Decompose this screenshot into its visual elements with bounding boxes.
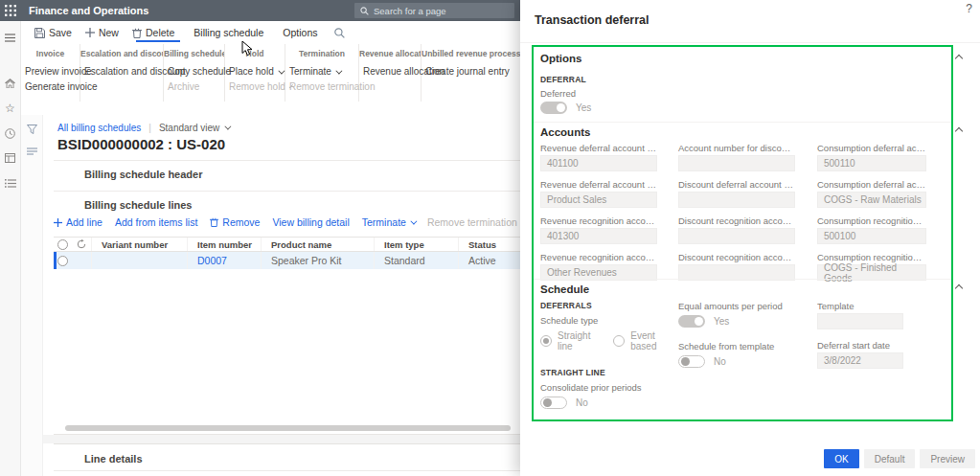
schedule-from-template-toggle-row: No (678, 355, 817, 368)
row-radio[interactable] (54, 252, 75, 269)
ribbon: Invoice Preview invoice Generate invoice… (21, 44, 520, 115)
consumption-deferral-account-number-input[interactable]: 500110 (817, 155, 926, 171)
tab-billing-schedule[interactable]: Billing schedule (194, 27, 263, 38)
actionpane-search-icon[interactable] (334, 28, 345, 38)
grid-row-selected[interactable]: D0007 Speaker Pro Kit Standard Active (54, 252, 520, 269)
straight-line-radio[interactable] (540, 335, 552, 347)
breadcrumb-link[interactable]: All billing schedules (57, 123, 141, 133)
preview-invoice-button[interactable]: Preview invoice (25, 64, 80, 79)
field-account-number-discount-deferral: Account number for discount deferral (678, 143, 795, 171)
ribbon-group-title: Unbilled revenue processing (422, 49, 520, 58)
view-selector[interactable]: Standard view (159, 123, 229, 133)
place-hold-button[interactable]: Place hold (229, 64, 285, 79)
revenue-deferral-account-name-input[interactable]: Product Sales (540, 192, 657, 208)
consolidate-toggle-row: No (540, 397, 678, 409)
template-input[interactable] (817, 313, 903, 329)
delete-button[interactable]: Delete (132, 27, 174, 38)
ribbon-group-hold: Hold Place hold Remove hold (225, 44, 285, 102)
collapse-options-icon[interactable] (956, 52, 962, 63)
collapse-accounts-icon[interactable] (956, 125, 962, 136)
new-button[interactable]: New (85, 27, 119, 38)
schedule-from-template-toggle[interactable] (678, 355, 705, 368)
revenue-deferral-account-number-input[interactable]: 401100 (540, 155, 657, 171)
field-revenue-deferral-account-name: Revenue deferral account name Product Sa… (540, 179, 657, 208)
consolidate-prior-periods-toggle[interactable] (540, 397, 567, 409)
chevron-down-icon (335, 67, 342, 74)
chevron-down-icon (278, 67, 285, 74)
col-item-number[interactable]: Item number (187, 238, 261, 251)
ribbon-group-title: Termination (285, 49, 358, 58)
archive-button[interactable]: Archive (168, 79, 224, 95)
favorites-star-icon[interactable]: ☆ (0, 96, 21, 121)
discount-deferral-account-name-input[interactable] (678, 192, 795, 208)
revenue-allocation-button[interactable]: Revenue allocation (363, 64, 421, 79)
deferred-label: Deferred (540, 88, 576, 99)
section-billing-schedule-lines[interactable]: Billing schedule lines (54, 191, 520, 219)
remove-button[interactable]: Remove (210, 216, 260, 228)
workspaces-icon[interactable] (0, 146, 21, 170)
hamburger-menu-icon[interactable] (0, 25, 21, 50)
page-search-input[interactable]: Search for a page (354, 3, 514, 18)
field-revenue-deferral-account-number: Revenue deferral account number 401100 (540, 143, 657, 171)
ribbon-group-title: Billing schedule (164, 49, 224, 58)
col-product-name[interactable]: Product name (261, 238, 374, 251)
remove-termination-button[interactable]: Remove termination (289, 79, 358, 95)
ribbon-group-invoice: Invoice Preview invoice Generate invoice (21, 44, 80, 102)
add-line-button[interactable]: Add line (54, 216, 103, 228)
waffle-icon[interactable] (0, 0, 21, 21)
horizontal-scrollbar[interactable] (65, 425, 511, 431)
consumption-deferral-account-name-input[interactable]: COGS - Raw Materials (817, 192, 926, 208)
tab-options[interactable]: Options (283, 27, 317, 38)
straight-line-radio-label: Straight line (558, 330, 603, 351)
recent-clock-icon[interactable] (0, 121, 21, 146)
straight-line-subheader: STRAIGHT LINE (540, 368, 678, 377)
col-item-type[interactable]: Item type (374, 238, 458, 251)
account-number-discount-deferral-input[interactable] (678, 155, 795, 171)
save-button[interactable]: Save (34, 27, 72, 38)
col-variant-number[interactable]: Variant number (91, 238, 187, 251)
view-billing-detail-button[interactable]: View billing detail (272, 216, 349, 228)
add-from-items-list-button[interactable]: Add from items list (115, 216, 197, 228)
section-billing-schedule-header[interactable]: Billing schedule header (54, 160, 520, 189)
generate-invoice-button[interactable]: Generate invoice (25, 79, 80, 95)
collapse-schedule-icon[interactable] (956, 282, 962, 293)
task-list-icon[interactable] (27, 147, 37, 155)
equal-amounts-per-period-toggle[interactable] (678, 315, 705, 328)
ok-button[interactable]: OK (824, 449, 858, 468)
terminate-button[interactable]: Terminate (289, 64, 358, 79)
filter-rail (21, 115, 43, 476)
terminate-line-button[interactable]: Terminate (362, 216, 415, 228)
schedule-fields-grid: DEFERRALS Schedule type Straight line Ev… (540, 301, 955, 409)
field-discount-recognition-account-name: Discount recognition account name (678, 252, 795, 281)
section-line-details[interactable]: Line details (54, 443, 520, 471)
deferral-start-date-input[interactable]: 3/8/2022 (817, 352, 903, 369)
help-icon[interactable]: ? (966, 2, 972, 15)
search-placeholder: Search for a page (374, 6, 446, 16)
ribbon-group-billing-schedule: Billing schedule Copy schedule Archive (164, 44, 225, 102)
section-gap (43, 435, 520, 443)
refresh-icon[interactable] (75, 238, 91, 251)
consolidate-value: No (576, 397, 588, 408)
col-status[interactable]: Status (458, 238, 520, 251)
cell-item-number-link[interactable]: D0007 (187, 252, 261, 269)
home-icon[interactable] (0, 71, 21, 96)
copy-schedule-button[interactable]: Copy schedule (168, 64, 224, 79)
escalation-and-discount-button[interactable]: Escalation and discount (84, 64, 163, 79)
dialog-title: Transaction deferral (535, 13, 650, 27)
discount-recognition-account-number-input[interactable] (678, 228, 795, 244)
remove-hold-button[interactable]: Remove hold (229, 79, 285, 95)
modules-list-icon[interactable] (0, 170, 21, 195)
deferred-toggle[interactable] (540, 102, 567, 114)
remove-termination-line-button[interactable]: Remove termination (427, 216, 517, 228)
consumption-recognition-account-number-input[interactable]: 500100 (817, 228, 926, 244)
billing-lines-grid: Variant number Item number Product name … (54, 237, 520, 269)
default-button[interactable]: Default (864, 449, 916, 468)
new-label: New (99, 27, 119, 38)
filter-icon[interactable] (27, 125, 37, 134)
event-based-radio[interactable] (613, 335, 625, 347)
trash-icon (132, 28, 142, 38)
select-all-radio[interactable] (54, 238, 75, 251)
revenue-recognition-account-number-input[interactable]: 401300 (540, 228, 657, 244)
preview-button[interactable]: Preview (920, 449, 975, 468)
create-journal-entry-button[interactable]: Create journal entry (425, 64, 520, 79)
